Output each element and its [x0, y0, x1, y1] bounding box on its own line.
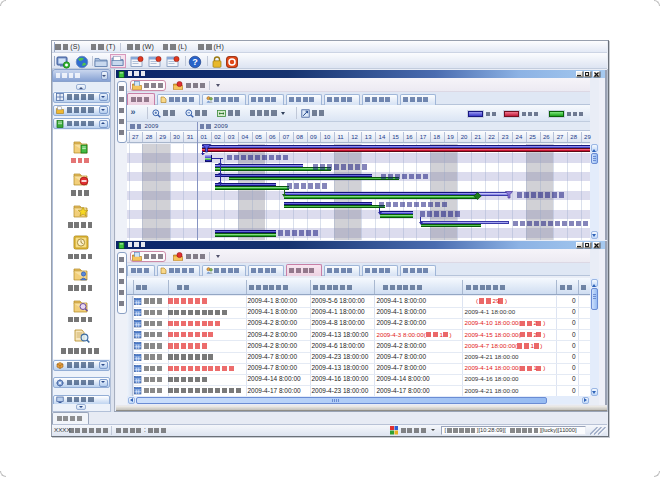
- svg-text:?: ?: [192, 57, 198, 67]
